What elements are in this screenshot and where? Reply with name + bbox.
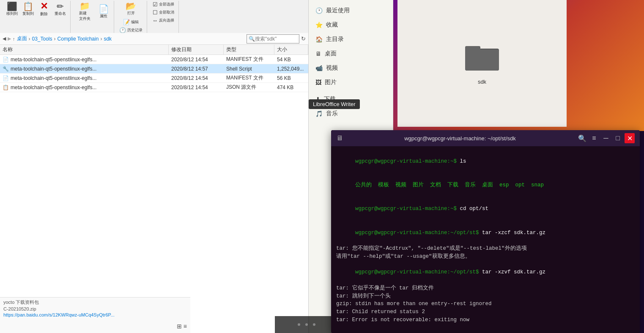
- new-folder-icon: 📁: [79, 2, 90, 10]
- libreoffice-tooltip: LibreOffice Writer: [309, 99, 360, 109]
- move-to-button[interactable]: ⬛ 移到到: [4, 1, 19, 17]
- sidebar-item-home[interactable]: 🏠 主目录: [309, 32, 393, 46]
- pictures-icon: 🖼: [315, 79, 321, 86]
- sdk-folder-label: sdk: [478, 79, 486, 85]
- terminal-line: tar: 跳转到下一个头: [336, 292, 635, 300]
- column-size[interactable]: 大小: [274, 45, 308, 55]
- desktop-icon: 🖥: [315, 50, 321, 57]
- file-size: 474 KB: [274, 85, 308, 90]
- sidebar-item-pictures[interactable]: 🖼 图片: [309, 75, 393, 90]
- sdk-folder-icon[interactable]: [465, 42, 499, 75]
- file-icon: 📄: [3, 57, 9, 63]
- history-icon: 🕐: [119, 27, 126, 33]
- sdk-folder-area: sdk: [397, 0, 567, 127]
- breadcrumb-tools[interactable]: 03_Tools: [32, 36, 52, 42]
- music-icon: 🎵: [315, 110, 323, 117]
- address-bar: ◀ ▶ ↑ 桌面 › 03_Tools › Complie Toolchain …: [0, 33, 308, 45]
- rename-button[interactable]: ✏ 重命名: [52, 1, 68, 17]
- recent-icon: 🕐: [315, 7, 323, 14]
- move-icon: ⬛: [7, 2, 17, 11]
- terminal-titlebar: 🖥 wgpcgr@wgpcgr-virtual-machine: ~/opt/s…: [331, 130, 640, 146]
- table-row[interactable]: 📋 meta-toolchain-qt5-openstlinux-eglfs..…: [0, 83, 308, 92]
- view-list-button[interactable]: ≡: [184, 323, 187, 330]
- ribbon-toolbar: ⬛ 移到到 📋 复制到 ✕ 删除 ✏ 重命名: [0, 0, 308, 33]
- file-name: 🔧 meta-toolchain-qt5-openstlinux-eglfs..…: [0, 66, 169, 72]
- forward-button[interactable]: ▶: [8, 36, 11, 41]
- favorites-icon: ⭐: [315, 22, 323, 28]
- column-type[interactable]: 类型: [224, 45, 274, 55]
- delete-button[interactable]: ✕ 删除: [36, 1, 52, 18]
- breadcrumb-sdk[interactable]: sdk: [104, 36, 112, 42]
- copy-icon: 📋: [23, 2, 33, 11]
- term-cmd: ls: [460, 158, 466, 164]
- edit-icon: 📝: [123, 19, 130, 25]
- search-box[interactable]: 🔍: [247, 34, 299, 44]
- deselect-icon: ☐: [153, 9, 158, 16]
- file-explorer-window: ⬛ 移到到 📋 复制到 ✕ 删除 ✏ 重命名: [0, 0, 309, 333]
- properties-icon: 📄: [99, 5, 109, 13]
- shell-script-icon: 🔧: [3, 66, 9, 72]
- file-type: MANIFEST 文件: [224, 56, 274, 63]
- table-row[interactable]: 📄 meta-toolchain-qt5-openstlinux-eglfs..…: [0, 74, 308, 83]
- file-date: 2020/8/12 14:54: [169, 57, 224, 63]
- terminal-line: tar: Error is not recoverable: exiting n…: [336, 316, 635, 324]
- sidebar-item-favorites[interactable]: ⭐ 收藏: [309, 18, 393, 32]
- terminal-line: wgpcgr@wgpcgr-virtual-machine:~$ cd opt/…: [336, 197, 635, 221]
- term-prompt: wgpcgr@wgpcgr-virtual-machine:~$: [355, 158, 460, 164]
- file-type: JSON 源文件: [224, 84, 274, 91]
- back-button[interactable]: ◀: [3, 36, 6, 41]
- breadcrumb-desktop[interactable]: 桌面: [17, 35, 27, 42]
- file-list: 名称 修改日期 类型 大小 📄 meta-toolchain-qt5-opens…: [0, 45, 308, 333]
- terminal-line: 公共的 模板 视频 图片 文档 下载 音乐 桌面 esp opt snap: [336, 173, 635, 197]
- terminal-line: wgpcgr@wgpcgr-virtual-machine:~/opt/st$ …: [336, 221, 635, 245]
- taskbar-dot-2: [305, 323, 308, 326]
- copy-to-button[interactable]: 📋 复制到: [20, 1, 36, 17]
- search-input[interactable]: [255, 36, 297, 42]
- terminal-line: tar: 您不能指定"-Acdtrux", "--delete"或是"--tes…: [336, 245, 635, 253]
- refresh-button[interactable]: ↻: [301, 35, 306, 42]
- table-row[interactable]: 📄 meta-toolchain-qt5-openstlinux-eglfs..…: [0, 55, 308, 64]
- taskbar-dot-1: [298, 323, 300, 326]
- terminal-window: 🖥 wgpcgr@wgpcgr-virtual-machine: ~/opt/s…: [331, 130, 640, 333]
- column-name[interactable]: 名称: [0, 45, 169, 55]
- view-details-button[interactable]: ⊞: [177, 323, 182, 330]
- new-folder-button[interactable]: 📁 新建文件夹: [74, 1, 95, 22]
- sidebar-item-video[interactable]: 📹 视频: [309, 61, 393, 75]
- deselect-all-button[interactable]: ☐ 全部取消: [151, 9, 176, 16]
- json-icon: 📋: [3, 85, 9, 90]
- invert-selection-button[interactable]: ↔ 反向选择: [151, 17, 176, 24]
- file-type: Shell Script: [224, 66, 274, 72]
- terminal-line: wgpcgr@wgpcgr-virtual-machine:~/opt/st$ …: [336, 324, 635, 333]
- breadcrumb-toolchain[interactable]: Complie Toolchain: [58, 36, 99, 42]
- terminal-body: wgpcgr@wgpcgr-virtual-machine:~$ ls 公共的 …: [331, 146, 640, 333]
- terminal-close-button[interactable]: ✕: [625, 133, 635, 143]
- taskbar-dot-3: [313, 323, 315, 326]
- delete-icon: ✕: [40, 2, 48, 11]
- up-button[interactable]: ↑: [13, 36, 15, 41]
- file-size: 1,252,049...: [274, 66, 308, 72]
- terminal-line: gzip: stdin has more than one entry--res…: [336, 300, 635, 308]
- home-icon: 🏠: [315, 36, 323, 43]
- terminal-menu-button[interactable]: ≡: [589, 133, 599, 143]
- svg-rect-2: [465, 49, 499, 71]
- sidebar-item-recent[interactable]: 🕐 最近使用: [309, 3, 393, 18]
- table-row[interactable]: 🔧 meta-toolchain-qt5-openstlinux-eglfs..…: [0, 64, 308, 74]
- terminal-search-button[interactable]: 🔍: [577, 133, 587, 143]
- column-date[interactable]: 修改日期: [169, 45, 224, 55]
- terminal-app-icon: 🖥: [336, 134, 343, 142]
- file-date: 2020/8/12 14:54: [169, 75, 224, 81]
- select-all-button[interactable]: ☑ 全部选择: [151, 1, 176, 8]
- edit-button[interactable]: 📝 编辑: [121, 19, 140, 26]
- bottom-link[interactable]: https://pan.baidu.com/s/12KWRqwz-uMCq4Sy…: [3, 312, 187, 317]
- file-name: 📄 meta-toolchain-qt5-openstlinux-eglfs..…: [0, 75, 169, 81]
- terminal-controls: 🔍 ≡ ─ □ ✕: [577, 133, 635, 143]
- invert-icon: ↔: [152, 17, 158, 24]
- file-date: 2020/8/12 14:54: [169, 85, 224, 90]
- sidebar-item-desktop[interactable]: 🖥 桌面: [309, 46, 393, 61]
- open-button[interactable]: 📂 打开: [123, 1, 139, 17]
- terminal-restore-button[interactable]: □: [613, 133, 623, 143]
- terminal-minimize-button[interactable]: ─: [601, 133, 611, 143]
- terminal-line: wgpcgr@wgpcgr-virtual-machine:~$ ls: [336, 150, 635, 173]
- file-name: 📋 meta-toolchain-qt5-openstlinux-eglfs..…: [0, 85, 169, 90]
- properties-button[interactable]: 📄 属性: [96, 4, 111, 20]
